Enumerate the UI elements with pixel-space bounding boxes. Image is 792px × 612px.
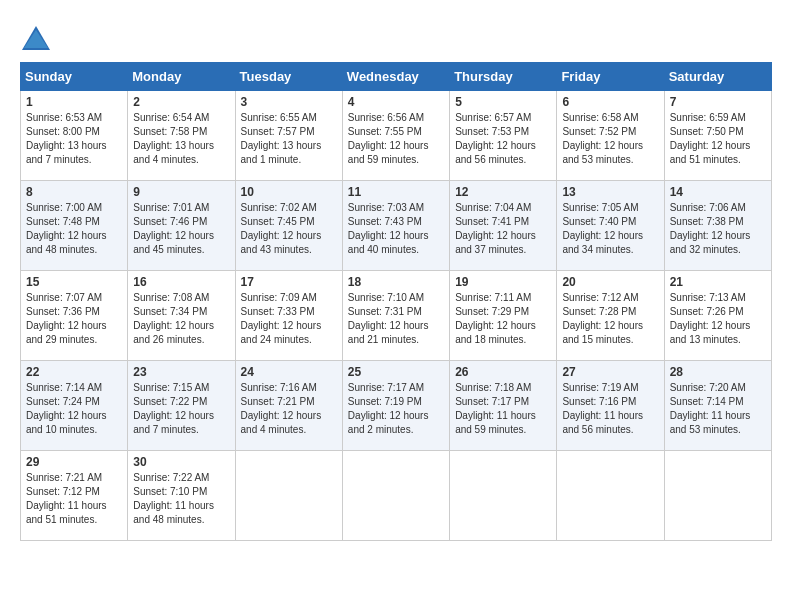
day-number: 20: [562, 275, 658, 289]
calendar-cell: [557, 451, 664, 541]
calendar-cell: 1Sunrise: 6:53 AMSunset: 8:00 PMDaylight…: [21, 91, 128, 181]
cell-content: Sunrise: 7:19 AMSunset: 7:16 PMDaylight:…: [562, 381, 658, 437]
calendar-cell: 17Sunrise: 7:09 AMSunset: 7:33 PMDayligh…: [235, 271, 342, 361]
svg-marker-1: [24, 30, 48, 48]
cell-content: Sunrise: 7:06 AMSunset: 7:38 PMDaylight:…: [670, 201, 766, 257]
day-number: 30: [133, 455, 229, 469]
calendar-week-row: 1Sunrise: 6:53 AMSunset: 8:00 PMDaylight…: [21, 91, 772, 181]
day-number: 21: [670, 275, 766, 289]
calendar-cell: 26Sunrise: 7:18 AMSunset: 7:17 PMDayligh…: [450, 361, 557, 451]
cell-content: Sunrise: 7:04 AMSunset: 7:41 PMDaylight:…: [455, 201, 551, 257]
header-cell-monday: Monday: [128, 63, 235, 91]
calendar-cell: [235, 451, 342, 541]
calendar-cell: [664, 451, 771, 541]
calendar-cell: 19Sunrise: 7:11 AMSunset: 7:29 PMDayligh…: [450, 271, 557, 361]
cell-content: Sunrise: 7:16 AMSunset: 7:21 PMDaylight:…: [241, 381, 337, 437]
day-number: 8: [26, 185, 122, 199]
cell-content: Sunrise: 7:07 AMSunset: 7:36 PMDaylight:…: [26, 291, 122, 347]
calendar-week-row: 15Sunrise: 7:07 AMSunset: 7:36 PMDayligh…: [21, 271, 772, 361]
cell-content: Sunrise: 7:17 AMSunset: 7:19 PMDaylight:…: [348, 381, 444, 437]
day-number: 11: [348, 185, 444, 199]
calendar-week-row: 29Sunrise: 7:21 AMSunset: 7:12 PMDayligh…: [21, 451, 772, 541]
cell-content: Sunrise: 7:01 AMSunset: 7:46 PMDaylight:…: [133, 201, 229, 257]
day-number: 19: [455, 275, 551, 289]
calendar-cell: 18Sunrise: 7:10 AMSunset: 7:31 PMDayligh…: [342, 271, 449, 361]
cell-content: Sunrise: 6:58 AMSunset: 7:52 PMDaylight:…: [562, 111, 658, 167]
calendar-cell: 15Sunrise: 7:07 AMSunset: 7:36 PMDayligh…: [21, 271, 128, 361]
day-number: 18: [348, 275, 444, 289]
day-number: 25: [348, 365, 444, 379]
cell-content: Sunrise: 7:08 AMSunset: 7:34 PMDaylight:…: [133, 291, 229, 347]
cell-content: Sunrise: 7:11 AMSunset: 7:29 PMDaylight:…: [455, 291, 551, 347]
day-number: 26: [455, 365, 551, 379]
day-number: 27: [562, 365, 658, 379]
cell-content: Sunrise: 6:53 AMSunset: 8:00 PMDaylight:…: [26, 111, 122, 167]
day-number: 24: [241, 365, 337, 379]
calendar-cell: 23Sunrise: 7:15 AMSunset: 7:22 PMDayligh…: [128, 361, 235, 451]
calendar-cell: 20Sunrise: 7:12 AMSunset: 7:28 PMDayligh…: [557, 271, 664, 361]
calendar-table: SundayMondayTuesdayWednesdayThursdayFrid…: [20, 62, 772, 541]
day-number: 10: [241, 185, 337, 199]
cell-content: Sunrise: 6:56 AMSunset: 7:55 PMDaylight:…: [348, 111, 444, 167]
calendar-cell: 16Sunrise: 7:08 AMSunset: 7:34 PMDayligh…: [128, 271, 235, 361]
page-header: [20, 20, 772, 52]
header-cell-tuesday: Tuesday: [235, 63, 342, 91]
calendar-cell: 2Sunrise: 6:54 AMSunset: 7:58 PMDaylight…: [128, 91, 235, 181]
calendar-cell: 29Sunrise: 7:21 AMSunset: 7:12 PMDayligh…: [21, 451, 128, 541]
logo-icon: [20, 24, 48, 52]
header-cell-thursday: Thursday: [450, 63, 557, 91]
calendar-cell: 8Sunrise: 7:00 AMSunset: 7:48 PMDaylight…: [21, 181, 128, 271]
day-number: 28: [670, 365, 766, 379]
day-number: 7: [670, 95, 766, 109]
day-number: 29: [26, 455, 122, 469]
day-number: 1: [26, 95, 122, 109]
day-number: 13: [562, 185, 658, 199]
calendar-cell: 11Sunrise: 7:03 AMSunset: 7:43 PMDayligh…: [342, 181, 449, 271]
calendar-cell: 21Sunrise: 7:13 AMSunset: 7:26 PMDayligh…: [664, 271, 771, 361]
calendar-cell: 12Sunrise: 7:04 AMSunset: 7:41 PMDayligh…: [450, 181, 557, 271]
calendar-cell: 5Sunrise: 6:57 AMSunset: 7:53 PMDaylight…: [450, 91, 557, 181]
header-cell-saturday: Saturday: [664, 63, 771, 91]
calendar-cell: 13Sunrise: 7:05 AMSunset: 7:40 PMDayligh…: [557, 181, 664, 271]
day-number: 9: [133, 185, 229, 199]
cell-content: Sunrise: 7:09 AMSunset: 7:33 PMDaylight:…: [241, 291, 337, 347]
day-number: 12: [455, 185, 551, 199]
day-number: 23: [133, 365, 229, 379]
cell-content: Sunrise: 7:13 AMSunset: 7:26 PMDaylight:…: [670, 291, 766, 347]
cell-content: Sunrise: 6:57 AMSunset: 7:53 PMDaylight:…: [455, 111, 551, 167]
logo: [20, 24, 50, 52]
day-number: 5: [455, 95, 551, 109]
day-number: 15: [26, 275, 122, 289]
cell-content: Sunrise: 6:59 AMSunset: 7:50 PMDaylight:…: [670, 111, 766, 167]
calendar-cell: 6Sunrise: 6:58 AMSunset: 7:52 PMDaylight…: [557, 91, 664, 181]
calendar-cell: 22Sunrise: 7:14 AMSunset: 7:24 PMDayligh…: [21, 361, 128, 451]
cell-content: Sunrise: 7:21 AMSunset: 7:12 PMDaylight:…: [26, 471, 122, 527]
calendar-cell: 4Sunrise: 6:56 AMSunset: 7:55 PMDaylight…: [342, 91, 449, 181]
cell-content: Sunrise: 7:10 AMSunset: 7:31 PMDaylight:…: [348, 291, 444, 347]
cell-content: Sunrise: 6:54 AMSunset: 7:58 PMDaylight:…: [133, 111, 229, 167]
day-number: 2: [133, 95, 229, 109]
day-number: 3: [241, 95, 337, 109]
calendar-cell: 25Sunrise: 7:17 AMSunset: 7:19 PMDayligh…: [342, 361, 449, 451]
cell-content: Sunrise: 7:12 AMSunset: 7:28 PMDaylight:…: [562, 291, 658, 347]
cell-content: Sunrise: 7:02 AMSunset: 7:45 PMDaylight:…: [241, 201, 337, 257]
cell-content: Sunrise: 7:00 AMSunset: 7:48 PMDaylight:…: [26, 201, 122, 257]
cell-content: Sunrise: 7:05 AMSunset: 7:40 PMDaylight:…: [562, 201, 658, 257]
day-number: 22: [26, 365, 122, 379]
cell-content: Sunrise: 7:15 AMSunset: 7:22 PMDaylight:…: [133, 381, 229, 437]
day-number: 16: [133, 275, 229, 289]
header-cell-friday: Friday: [557, 63, 664, 91]
cell-content: Sunrise: 7:20 AMSunset: 7:14 PMDaylight:…: [670, 381, 766, 437]
calendar-cell: 27Sunrise: 7:19 AMSunset: 7:16 PMDayligh…: [557, 361, 664, 451]
calendar-cell: 10Sunrise: 7:02 AMSunset: 7:45 PMDayligh…: [235, 181, 342, 271]
calendar-week-row: 8Sunrise: 7:00 AMSunset: 7:48 PMDaylight…: [21, 181, 772, 271]
day-number: 14: [670, 185, 766, 199]
calendar-cell: 30Sunrise: 7:22 AMSunset: 7:10 PMDayligh…: [128, 451, 235, 541]
calendar-cell: 7Sunrise: 6:59 AMSunset: 7:50 PMDaylight…: [664, 91, 771, 181]
header-cell-sunday: Sunday: [21, 63, 128, 91]
calendar-week-row: 22Sunrise: 7:14 AMSunset: 7:24 PMDayligh…: [21, 361, 772, 451]
calendar-cell: [342, 451, 449, 541]
day-number: 17: [241, 275, 337, 289]
calendar-cell: 28Sunrise: 7:20 AMSunset: 7:14 PMDayligh…: [664, 361, 771, 451]
cell-content: Sunrise: 7:14 AMSunset: 7:24 PMDaylight:…: [26, 381, 122, 437]
